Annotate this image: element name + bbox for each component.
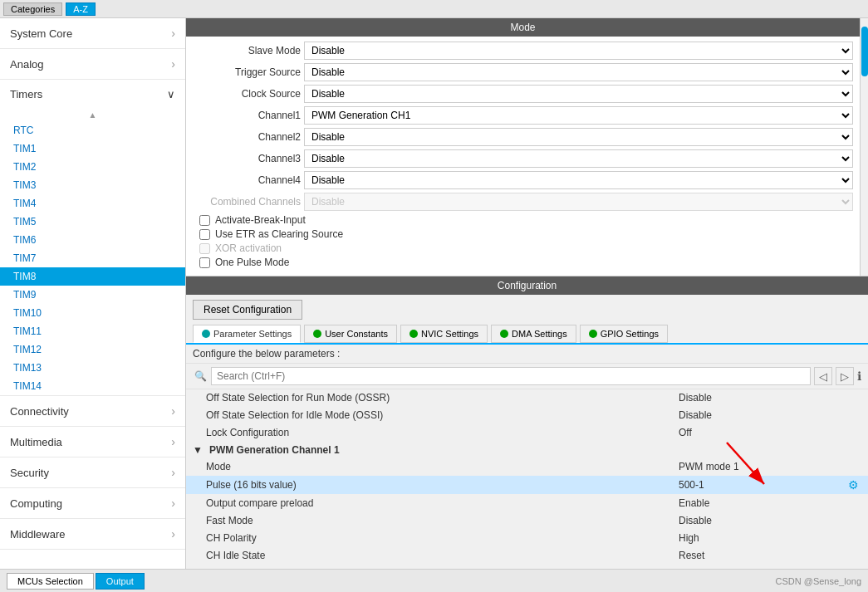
config-header: Configuration (186, 276, 868, 295)
param-row-lock[interactable]: Lock Configuration Off (186, 424, 868, 442)
use-etr-label: Use ETR as Clearing Source (215, 228, 343, 240)
tab-gpio-settings[interactable]: GPIO Settings (580, 325, 668, 343)
nav-prev-button[interactable]: ◁ (814, 367, 832, 385)
sidebar-item-computing[interactable]: Computing › (0, 488, 185, 519)
timer-item-tim7[interactable]: TIM7 (0, 249, 185, 267)
search-input[interactable] (211, 367, 811, 385)
channel2-label: Channel2 (193, 131, 301, 143)
search-icon: 🔍 (193, 369, 208, 384)
reset-config-button[interactable]: Reset Configuration (193, 300, 302, 320)
timer-item-tim2[interactable]: TIM2 (0, 158, 185, 176)
slave-mode-row: Slave Mode Disable (193, 42, 853, 60)
categories-button[interactable]: Categories (3, 2, 62, 16)
param-row-output-compare[interactable]: Output compare preload Enable (186, 495, 868, 512)
ossi-value: Disable (679, 409, 845, 421)
trigger-source-select[interactable]: Disable (304, 63, 853, 81)
nav-next-icon: ▷ (841, 370, 849, 383)
channel1-select[interactable]: PWM Generation CH1 (304, 106, 853, 125)
pulse-action[interactable]: ⚙ (845, 478, 861, 492)
param-row-ossr[interactable]: Off State Selection for Run Mode (OSSR) … (186, 389, 868, 407)
ch-polarity-value: High (679, 532, 845, 544)
atoz-button[interactable]: A-Z (66, 2, 96, 16)
channel2-row: Channel2 Disable (193, 128, 853, 146)
fast-mode-value: Disable (679, 515, 845, 526)
tabs-bar: Parameter Settings User Constants NVIC S… (186, 325, 868, 343)
computing-label: Computing (10, 497, 62, 510)
param-row-pulse[interactable]: Pulse (16 bits value) 500-1 ⚙ (186, 476, 868, 495)
analog-label: Analog (10, 58, 43, 71)
nav-next-button[interactable]: ▷ (836, 367, 854, 385)
timers-scroll-up: ▲ (0, 109, 185, 121)
sidebar-item-security[interactable]: Security › (0, 457, 185, 488)
mode-header: Mode (186, 18, 860, 37)
sidebar-item-system-core[interactable]: System Core › (0, 18, 185, 49)
mode-param-value: PWM mode 1 (679, 461, 845, 472)
mcu-selection-tab[interactable]: MCUs Selection (7, 573, 94, 590)
user-constants-icon (313, 330, 321, 338)
tab-user-constants[interactable]: User Constants (304, 325, 397, 343)
param-row-ch-idle[interactable]: CH Idle State Reset (186, 547, 868, 565)
timer-item-tim5[interactable]: TIM5 (0, 213, 185, 231)
mode-section: Mode Slave Mode Disable Trigger Source D… (186, 18, 868, 276)
gear-icon[interactable]: ⚙ (848, 478, 859, 492)
tab-nvic-settings[interactable]: NVIC Settings (400, 325, 488, 343)
ossr-label: Off State Selection for Run Mode (OSSR) (206, 392, 679, 404)
one-pulse-checkbox[interactable] (199, 257, 210, 268)
gpio-icon (589, 330, 597, 338)
fast-mode-label: Fast Mode (206, 515, 679, 526)
slave-mode-select[interactable]: Disable (304, 42, 853, 60)
timer-item-tim8[interactable]: TIM8 (0, 267, 185, 286)
timer-item-tim6[interactable]: TIM6 (0, 231, 185, 249)
use-etr-checkbox[interactable] (199, 229, 210, 240)
param-row-ch-polarity[interactable]: CH Polarity High (186, 530, 868, 547)
computing-chevron: › (171, 497, 175, 510)
system-core-label: System Core (10, 27, 72, 40)
combined-channels-row: Combined Channels Disable (193, 193, 853, 211)
output-compare-label: Output compare preload (206, 497, 679, 509)
timer-item-tim12[interactable]: TIM12 (0, 340, 185, 359)
lock-label: Lock Configuration (206, 427, 679, 438)
sidebar-item-middleware[interactable]: Middleware › (0, 519, 185, 550)
param-row-ossi[interactable]: Off State Selection for Idle Mode (OSSI)… (186, 407, 868, 424)
timers-header[interactable]: Timers ∨ (0, 80, 185, 109)
tab-parameter-settings[interactable]: Parameter Settings (193, 325, 301, 343)
channel2-select[interactable]: Disable (304, 128, 853, 146)
timer-item-rtc[interactable]: RTC (0, 121, 185, 139)
channel3-select[interactable]: Disable (304, 149, 853, 168)
search-bar: 🔍 ◁ ▷ ℹ (186, 364, 868, 389)
tab-dma-settings[interactable]: DMA Settings (491, 325, 576, 343)
timer-item-tim9[interactable]: TIM9 (0, 286, 185, 304)
channel4-select[interactable]: Disable (304, 171, 853, 189)
param-row-fast-mode[interactable]: Fast Mode Disable (186, 512, 868, 530)
sidebar: System Core › Analog › Timers ∨ ▲ RTC TI… (0, 18, 186, 569)
mode-scrollbar[interactable] (860, 18, 868, 276)
param-row-mode[interactable]: Mode PWM mode 1 (186, 458, 868, 476)
timer-item-tim11[interactable]: TIM11 (0, 322, 185, 340)
pwm-group-header: ▼ PWM Generation Channel 1 (186, 442, 868, 458)
security-label: Security (10, 467, 49, 479)
xor-row: XOR activation (193, 242, 853, 254)
activate-break-checkbox[interactable] (199, 215, 210, 226)
timer-item-tim10[interactable]: TIM10 (0, 304, 185, 322)
sidebar-item-analog[interactable]: Analog › (0, 49, 185, 80)
pulse-label: Pulse (16 bits value) (206, 479, 679, 491)
mode-scroll-thumb (861, 27, 868, 76)
timer-item-tim4[interactable]: TIM4 (0, 194, 185, 213)
info-button[interactable]: ℹ (857, 369, 861, 383)
channel3-label: Channel3 (193, 153, 301, 164)
params-table: Off State Selection for Run Mode (OSSR) … (186, 389, 868, 569)
clock-source-select[interactable]: Disable (304, 85, 853, 103)
timers-label: Timers (10, 88, 42, 100)
content-area: Mode Slave Mode Disable Trigger Source D… (186, 18, 868, 569)
clock-source-label: Clock Source (193, 88, 301, 100)
sidebar-item-connectivity[interactable]: Connectivity › (0, 396, 185, 427)
trigger-source-label: Trigger Source (193, 66, 301, 78)
output-tab[interactable]: Output (96, 573, 145, 590)
timer-item-tim13[interactable]: TIM13 (0, 359, 185, 377)
multimedia-label: Multimedia (10, 436, 62, 448)
timer-item-tim14[interactable]: TIM14 (0, 377, 185, 395)
timer-item-tim1[interactable]: TIM1 (0, 139, 185, 158)
timer-item-tim3[interactable]: TIM3 (0, 176, 185, 194)
activate-break-label: Activate-Break-Input (215, 214, 306, 226)
sidebar-item-multimedia[interactable]: Multimedia › (0, 427, 185, 457)
